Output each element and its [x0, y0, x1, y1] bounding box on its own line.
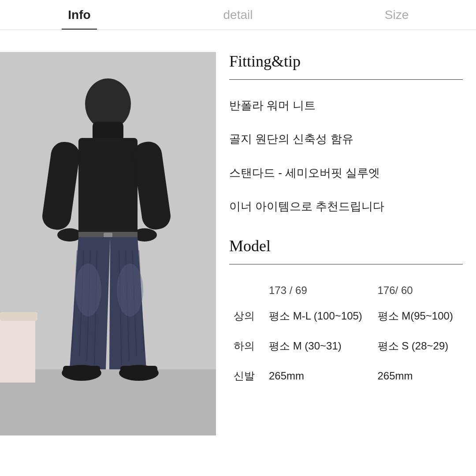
main-content: Fitting&tip 반폴라 워머 니트 골지 원단의 신축성 함유 스탠다드…	[0, 30, 476, 476]
svg-rect-25	[63, 366, 100, 375]
model-divider	[229, 264, 463, 264]
model-row1-label: 상의	[229, 301, 264, 331]
tab-size-label: Size	[385, 8, 409, 22]
model-section: Model 173 / 69 176/ 60 상의 평소 M-L (100~10…	[229, 237, 463, 391]
model-row2-label: 하의	[229, 331, 264, 361]
fitting-item-1: 반폴라 워머 니트	[229, 97, 463, 113]
svg-rect-28	[0, 312, 37, 321]
model-row1-val2: 평소 M(95~100)	[373, 301, 463, 331]
svg-rect-26	[120, 366, 157, 375]
fitting-items: 반폴라 워머 니트 골지 원단의 신축성 함유 스탠다드 - 세미오버핏 실루엣…	[229, 97, 463, 215]
tab-detail[interactable]: detail	[159, 0, 317, 30]
info-area: Fitting&tip 반폴라 워머 니트 골지 원단의 신축성 함유 스탠다드…	[216, 52, 476, 476]
model-header-row: 173 / 69 176/ 60	[229, 282, 463, 301]
model-row-bottom: 하의 평소 M (30~31) 평소 S (28~29)	[229, 331, 463, 361]
model-title: Model	[229, 237, 463, 255]
tab-detail-label: detail	[223, 8, 253, 22]
product-image	[0, 52, 216, 435]
fitting-divider	[229, 79, 463, 80]
tab-info-label: Info	[68, 8, 90, 22]
svg-rect-27	[0, 316, 35, 383]
fitting-item-3: 스탠다드 - 세미오버핏 실루엣	[229, 165, 463, 181]
model-row2-val2: 평소 S (28~29)	[373, 331, 463, 361]
model-col1-header: 173 / 69	[264, 282, 373, 301]
fitting-item-4: 이너 아이템으로 추천드립니다	[229, 198, 463, 214]
tab-bar: Info detail Size	[0, 0, 476, 30]
model-row-top: 상의 평소 M-L (100~105) 평소 M(95~100)	[229, 301, 463, 331]
model-row2-val1: 평소 M (30~31)	[264, 331, 373, 361]
fitting-item-2: 골지 원단의 신축성 함유	[229, 131, 463, 147]
fitting-section: Fitting&tip 반폴라 워머 니트 골지 원단의 신축성 함유 스탠다드…	[229, 52, 463, 215]
tab-info[interactable]: Info	[0, 0, 159, 30]
model-row3-val1: 265mm	[264, 361, 373, 391]
model-col2-header: 176/ 60	[373, 282, 463, 301]
model-header-empty	[229, 282, 264, 301]
model-row3-label: 신발	[229, 361, 264, 391]
svg-point-9	[57, 228, 82, 242]
svg-point-22	[117, 264, 143, 316]
model-row3-val2: 265mm	[373, 361, 463, 391]
fitting-title: Fitting&tip	[229, 52, 463, 71]
svg-point-21	[75, 264, 101, 316]
svg-rect-6	[78, 138, 138, 235]
tab-size[interactable]: Size	[317, 0, 476, 30]
model-row1-val1: 평소 M-L (100~105)	[264, 301, 373, 331]
model-table: 173 / 69 176/ 60 상의 평소 M-L (100~105) 평소 …	[229, 282, 463, 391]
model-row-shoes: 신발 265mm 265mm	[229, 361, 463, 391]
product-image-svg	[0, 52, 216, 435]
